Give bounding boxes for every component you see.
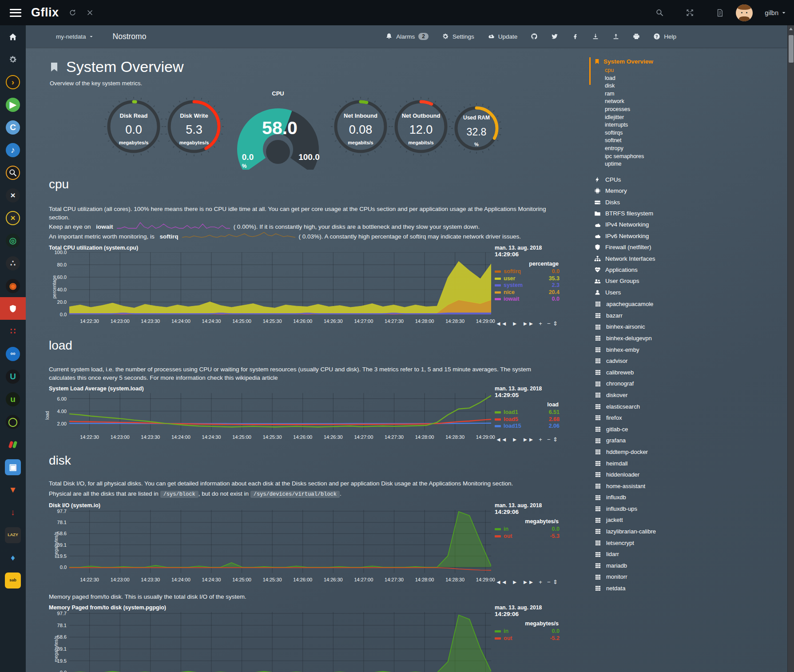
legend-row-in[interactable]: in0.0 — [495, 526, 560, 533]
menu-app-elasticsearch[interactable]: elasticsearch — [594, 401, 787, 413]
hamburger-menu-button[interactable] — [10, 9, 21, 17]
legend-row-nice[interactable]: nice20.4 — [495, 289, 560, 296]
legend-row-load5[interactable]: load52.68 — [495, 416, 560, 423]
sidebar-app-grafana[interactable]: ◉ — [0, 274, 26, 297]
menu-section-network-interfaces[interactable]: Network Interfaces — [594, 253, 787, 264]
menu-app-firefox[interactable]: firefox — [594, 412, 787, 424]
menu-app-chronograf[interactable]: chronograf — [594, 378, 787, 390]
menu-app-binhex-airsonic[interactable]: binhex-airsonic — [594, 321, 787, 333]
sidebar-app-qbittorrent[interactable]: ◯ — [0, 410, 26, 433]
menu-item-load[interactable]: load — [605, 75, 787, 83]
menu-app-cadvisor[interactable]: cadvisor — [594, 355, 787, 367]
sidebar-app-calibre-web[interactable]: C — [0, 116, 26, 139]
scrollbar[interactable] — [787, 25, 794, 672]
settings-button[interactable]: Settings — [442, 33, 474, 40]
menu-app-grafana[interactable]: grafana — [594, 435, 787, 446]
legend-row-out[interactable]: out-5.2 — [495, 635, 560, 642]
menu-section-applications[interactable]: Applications — [594, 264, 787, 275]
menu-app-influxdb-ups[interactable]: influxdb-ups — [594, 503, 787, 515]
import-icon[interactable] — [592, 33, 599, 40]
menu-app-lazylibrarian-calibre[interactable]: lazylibrarian-calibre — [594, 526, 787, 537]
menu-app-letsencrypt[interactable]: letsencrypt — [594, 537, 787, 549]
pan-left-button[interactable]: ◄◄ — [496, 579, 507, 585]
play-button[interactable]: ► — [512, 320, 518, 327]
legend-row-load15[interactable]: load152.06 — [495, 423, 560, 430]
menu-item-cpu[interactable]: cpu — [605, 67, 787, 75]
chart-disk-io[interactable]: Disk I/O (system.io)megabytes/s97.778.15… — [49, 502, 560, 585]
menu-item-interrupts[interactable]: interrupts — [605, 121, 787, 129]
sidebar-app-airsonic[interactable]: ♪ — [0, 139, 26, 161]
menu-app-apacheguacamole[interactable]: apacheguacamole — [594, 298, 787, 310]
menu-item-entropy[interactable]: entropy — [605, 145, 787, 153]
menu-app-hiddenloader[interactable]: hiddenloader — [594, 469, 787, 481]
resize-handle[interactable]: ⇕ — [553, 320, 558, 327]
help-button[interactable]: Help — [653, 33, 676, 40]
resize-handle[interactable]: ⇕ — [553, 579, 558, 585]
gauge-disk-read[interactable]: Disk Read0.0megabytes/s — [103, 96, 164, 159]
sidebar-app-unify[interactable]: u — [0, 388, 26, 410]
zoom-in-button[interactable]: + — [539, 436, 542, 443]
sidebar-app-ubooquity[interactable]: U — [0, 365, 26, 388]
pan-right-button[interactable]: ►► — [523, 320, 534, 327]
sidebar-app-gitlab[interactable]: ▼ — [0, 478, 26, 501]
zoom-in-button[interactable]: + — [539, 320, 542, 327]
gauge-disk-write[interactable]: Disk Write5.3megabytes/s — [164, 96, 224, 159]
zoom-out-button[interactable]: − — [547, 320, 551, 327]
changelog-icon[interactable] — [716, 9, 724, 17]
resize-handle[interactable]: ⇕ — [553, 436, 558, 443]
menu-section-firewall-netfilter-[interactable]: Firewall (netfilter) — [594, 242, 787, 253]
menu-item-idlejitter[interactable]: idlejitter — [605, 114, 787, 122]
menu-section-users[interactable]: Users — [594, 287, 787, 298]
sidebar-app-duplicati[interactable]: ♦ — [0, 546, 26, 569]
menu-item-uptime[interactable]: uptime — [605, 160, 787, 168]
sidebar-app-jackett[interactable] — [0, 161, 26, 184]
chart-plot-area[interactable] — [69, 393, 491, 432]
sidebar-app-nextcloud[interactable]: oo — [0, 342, 26, 365]
print-icon[interactable] — [633, 33, 640, 40]
pan-right-button[interactable]: ►► — [523, 436, 534, 443]
gauge-used-ram[interactable]: Used RAM32.8% — [451, 103, 502, 156]
menu-section-ipv6-networking[interactable]: IPv6 Networking — [594, 231, 787, 242]
sidebar-app-monitorr[interactable] — [0, 433, 26, 456]
twitter-icon[interactable] — [551, 33, 558, 40]
menu-item-softirqs[interactable]: softirqs — [605, 129, 787, 137]
menu-section-disks[interactable]: Disks — [594, 197, 787, 208]
sidebar-app-glances[interactable]: ◎ — [0, 229, 26, 252]
alarms-button[interactable]: Alarms 2 — [385, 33, 429, 40]
menu-app-home-assistant[interactable]: home-assistant — [594, 481, 787, 492]
update-button[interactable]: Update — [488, 33, 518, 40]
legend-row-in[interactable]: in0.0 — [495, 628, 560, 635]
sidebar-app-home[interactable] — [0, 25, 26, 48]
sidebar-app-resilio-sync[interactable] — [0, 297, 26, 320]
avatar[interactable] — [736, 4, 753, 21]
play-button[interactable]: ► — [512, 579, 518, 585]
menu-app-netdata[interactable]: netdata — [594, 583, 787, 594]
chart-memory-paged[interactable]: Memory Paged from/to disk (system.pgpgio… — [49, 604, 560, 672]
export-icon[interactable] — [612, 33, 619, 40]
gauge-net-outbound[interactable]: Net Outbound12.0megabits/s — [391, 96, 451, 159]
scrollbar-thumb[interactable] — [789, 35, 794, 63]
search-icon[interactable] — [655, 8, 664, 17]
sidebar-app-downloader[interactable]: ↓ — [0, 501, 26, 524]
sidebar-app-sabnzbd[interactable]: sab — [0, 569, 26, 592]
menu-section-system-overview[interactable]: System Overview — [594, 58, 787, 65]
github-icon[interactable] — [531, 33, 538, 40]
play-button[interactable]: ► — [512, 436, 518, 443]
menu-app-hddtemp-docker[interactable]: hddtemp-docker — [594, 446, 787, 458]
menu-app-bazarr[interactable]: bazarr — [594, 310, 787, 322]
menu-item-disk[interactable]: disk — [605, 82, 787, 90]
menu-item-softnet[interactable]: softnet — [605, 137, 787, 145]
menu-item-processes[interactable]: processes — [605, 106, 787, 114]
fullscreen-icon[interactable] — [686, 8, 694, 17]
sidebar-app-sickgear[interactable]: × — [0, 207, 26, 229]
refresh-icon[interactable] — [69, 9, 76, 16]
menu-section-btrfs-filesystem[interactable]: BTRFS filesystem — [594, 208, 787, 219]
gauge-cpu[interactable]: CPU58.00.0100.0% — [230, 90, 326, 171]
menu-section-user-groups[interactable]: User Groups — [594, 275, 787, 286]
legend-row-load1[interactable]: load16.51 — [495, 409, 560, 416]
menu-app-jackett[interactable]: jackett — [594, 514, 787, 526]
server-dropdown[interactable]: my-netdata — [56, 33, 93, 40]
menu-item-network[interactable]: network — [605, 98, 787, 106]
menu-section-memory[interactable]: Memory — [594, 185, 787, 196]
legend-row-user[interactable]: user35.3 — [495, 275, 560, 282]
